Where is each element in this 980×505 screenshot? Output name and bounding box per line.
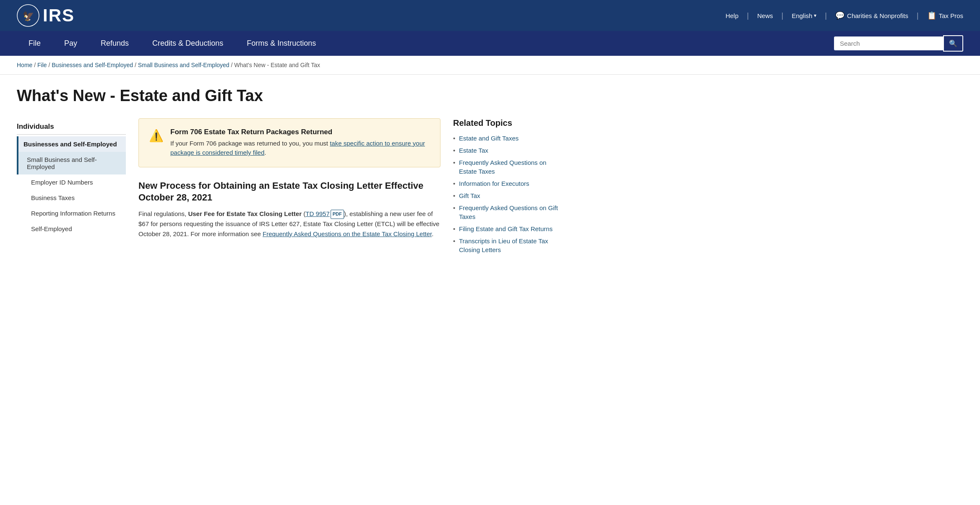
related-topic-link[interactable]: Estate and Gift Taxes bbox=[459, 135, 519, 142]
alert-content: Form 706 Estate Tax Return Packages Retu… bbox=[170, 128, 430, 158]
divider-2: | bbox=[781, 11, 783, 20]
section-1-body-text-3: . bbox=[432, 230, 433, 237]
related-topic-link[interactable]: Information for Executors bbox=[459, 180, 529, 187]
alert-title: Form 706 Estate Tax Return Packages Retu… bbox=[170, 128, 430, 136]
related-topic-link[interactable]: Frequently Asked Questions on Estate Tax… bbox=[459, 159, 546, 175]
nav-refunds[interactable]: Refunds bbox=[89, 31, 141, 56]
section-1-title: New Process for Obtaining an Estate Tax … bbox=[138, 180, 440, 204]
search-box: 🔍 bbox=[834, 35, 963, 52]
taxpros-link[interactable]: 📋 Tax Pros bbox=[927, 11, 963, 20]
sidebar-item-businesses[interactable]: Businesses and Self-Employed bbox=[17, 136, 126, 152]
breadcrumb-sep-1: / bbox=[34, 62, 37, 68]
related-topics: Related Topics Estate and Gift TaxesEsta… bbox=[453, 118, 562, 258]
related-topics-list: Estate and Gift TaxesEstate TaxFrequentl… bbox=[453, 134, 562, 254]
sidebar-item-self-employed[interactable]: Self-Employed bbox=[17, 221, 126, 237]
top-utility-bar: 🦅 IRS Help | News | English ▾ | 💬 Charit… bbox=[0, 0, 980, 31]
related-topic-link[interactable]: Transcripts in Lieu of Estate Tax Closin… bbox=[459, 237, 548, 253]
td9957-link[interactable]: TD 9957 bbox=[305, 210, 330, 217]
related-topic-link[interactable]: Filing Estate and Gift Tax Returns bbox=[459, 225, 553, 232]
pdf-badge: PDF bbox=[331, 210, 344, 219]
related-topic-item: Information for Executors bbox=[453, 179, 562, 188]
nav-credits[interactable]: Credits & Deductions bbox=[141, 31, 235, 56]
related-topic-item: Frequently Asked Questions on Estate Tax… bbox=[453, 158, 562, 176]
related-topic-link[interactable]: Estate Tax bbox=[459, 147, 488, 154]
related-topic-item: Transcripts in Lieu of Estate Tax Closin… bbox=[453, 237, 562, 254]
divider-4: | bbox=[917, 11, 919, 20]
nav-pay[interactable]: Pay bbox=[52, 31, 89, 56]
irs-logo-icon: 🦅 bbox=[17, 4, 39, 27]
nav-links: File Pay Refunds Credits & Deductions Fo… bbox=[17, 31, 328, 56]
content-section-1: New Process for Obtaining an Estate Tax … bbox=[138, 180, 440, 239]
related-topic-item: Filing Estate and Gift Tax Returns bbox=[453, 224, 562, 233]
nav-forms[interactable]: Forms & Instructions bbox=[235, 31, 328, 56]
warning-icon: ⚠️ bbox=[149, 129, 164, 158]
alert-body-text-2: . bbox=[264, 149, 266, 156]
alert-body: If your Form 706 package was returned to… bbox=[170, 139, 430, 158]
related-topic-item: Frequently Asked Questions on Gift Taxes bbox=[453, 203, 562, 221]
sidebar-item-small-business[interactable]: Small Business and Self-Employed bbox=[17, 152, 126, 174]
search-button[interactable]: 🔍 bbox=[943, 35, 963, 52]
related-topic-item: Estate and Gift Taxes bbox=[453, 134, 562, 143]
breadcrumb-businesses[interactable]: Businesses and Self-Employed bbox=[52, 62, 133, 68]
top-utility-links: Help | News | English ▾ | 💬 Charities & … bbox=[725, 11, 963, 20]
alert-body-text-1: If your Form 706 package was returned to… bbox=[170, 140, 330, 147]
svg-text:🦅: 🦅 bbox=[23, 10, 34, 22]
page-title-area: What's New - Estate and Gift Tax bbox=[0, 75, 980, 110]
help-link[interactable]: Help bbox=[725, 12, 738, 19]
sidebar: Individuals Businesses and Self-Employed… bbox=[17, 118, 126, 258]
irs-logo-text: IRS bbox=[43, 5, 75, 26]
breadcrumb-sep-3: / bbox=[135, 62, 138, 68]
divider-3: | bbox=[825, 11, 827, 20]
breadcrumb-small-business[interactable]: Small Business and Self-Employed bbox=[138, 62, 229, 68]
news-link[interactable]: News bbox=[757, 12, 773, 19]
section-1-body: Final regulations, User Fee for Estate T… bbox=[138, 209, 440, 239]
faq-link[interactable]: Frequently Asked Questions on the Estate… bbox=[263, 230, 432, 237]
page-title: What's New - Estate and Gift Tax bbox=[17, 86, 963, 106]
related-topic-link[interactable]: Frequently Asked Questions on Gift Taxes bbox=[459, 204, 558, 220]
doc-icon: 📋 bbox=[927, 11, 936, 20]
sidebar-item-reporting[interactable]: Reporting Information Returns bbox=[17, 206, 126, 221]
logo-area: 🦅 IRS bbox=[17, 4, 75, 27]
related-topic-item: Gift Tax bbox=[453, 191, 562, 200]
alert-box: ⚠️ Form 706 Estate Tax Return Packages R… bbox=[138, 118, 440, 167]
breadcrumb: Home / File / Businesses and Self-Employ… bbox=[0, 56, 980, 75]
breadcrumb-home[interactable]: Home bbox=[17, 62, 32, 68]
search-input[interactable] bbox=[834, 36, 943, 50]
sidebar-item-employer-id[interactable]: Employer ID Numbers bbox=[17, 174, 126, 190]
language-selector[interactable]: English ▾ bbox=[792, 12, 816, 19]
related-topics-title: Related Topics bbox=[453, 118, 562, 128]
content-area: ⚠️ Form 706 Estate Tax Return Packages R… bbox=[138, 118, 440, 258]
related-topic-item: Estate Tax bbox=[453, 146, 562, 155]
section-1-bold: User Fee for Estate Tax Closing Letter bbox=[188, 210, 302, 217]
nav-file[interactable]: File bbox=[17, 31, 52, 56]
taxpros-label[interactable]: Tax Pros bbox=[939, 12, 963, 19]
sidebar-divider bbox=[17, 134, 126, 135]
charities-label[interactable]: Charities & Nonprofits bbox=[847, 12, 908, 19]
divider-1: | bbox=[747, 11, 749, 20]
chevron-down-icon: ▾ bbox=[814, 13, 816, 18]
english-label: English bbox=[792, 12, 812, 19]
section-1-body-text-1: Final regulations, bbox=[138, 210, 188, 217]
breadcrumb-file[interactable]: File bbox=[37, 62, 47, 68]
related-topic-link[interactable]: Gift Tax bbox=[459, 192, 480, 199]
main-nav: File Pay Refunds Credits & Deductions Fo… bbox=[0, 31, 980, 56]
sidebar-item-business-taxes[interactable]: Business Taxes bbox=[17, 190, 126, 206]
sidebar-individuals-title: Individuals bbox=[17, 118, 126, 134]
main-layout: Individuals Businesses and Self-Employed… bbox=[0, 110, 980, 274]
breadcrumb-current: What's New - Estate and Gift Tax bbox=[234, 62, 320, 68]
chat-icon: 💬 bbox=[835, 11, 844, 20]
charities-link[interactable]: 💬 Charities & Nonprofits bbox=[835, 11, 908, 20]
